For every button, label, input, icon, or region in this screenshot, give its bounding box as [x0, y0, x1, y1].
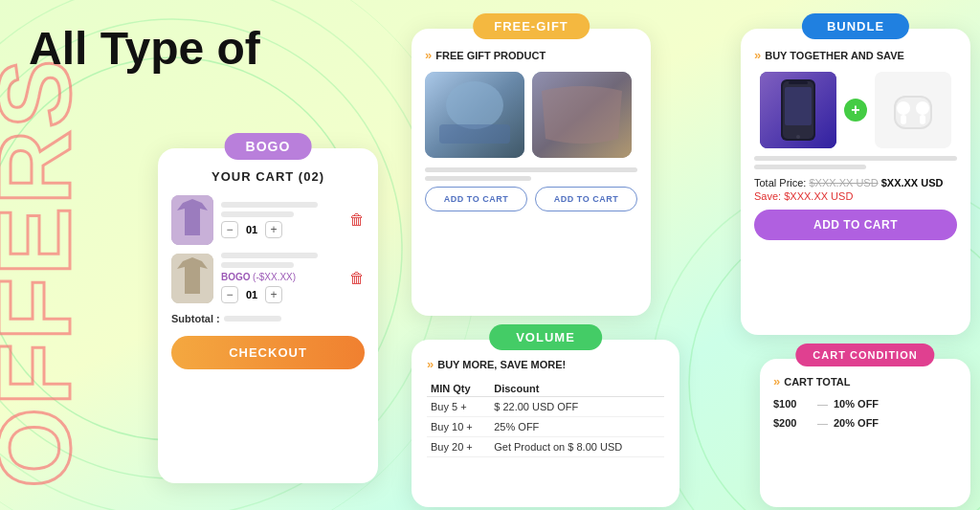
qty-plus-2[interactable]: + [265, 286, 282, 303]
add-to-cart-btn-1[interactable]: ADD TO CART [425, 187, 527, 211]
checkout-button[interactable]: CHECKOUT [171, 336, 365, 369]
subtotal-row: Subtotal : [171, 313, 365, 324]
cart-condition-badge: CART CONDITION [795, 344, 934, 366]
bundle-save-row: Save: $XXX.XX USD [754, 190, 957, 202]
volume-badge: VOLUME [489, 324, 602, 350]
save-label: Save: [754, 190, 781, 202]
volume-row-2: Buy 10 + 25% OFF [427, 417, 664, 437]
cart-condition-card: CART CONDITION CART TOTAL $100 — 10% OFF… [760, 359, 970, 507]
bogo-card: BOGO YOUR CART (02) − 01 + 🗑 [158, 148, 378, 483]
qty-num-1: 01 [244, 224, 259, 235]
bundle-price-row: Total Price: $XXX.XX USD $XX.XX USD [754, 177, 957, 188]
trash-icon-2[interactable]: 🗑 [349, 270, 365, 287]
condition-amount-1: $100 [773, 398, 812, 410]
total-price-label: Total Price: [754, 177, 806, 188]
cart-item-2-lines: BOGO (-$XX.XX) − 01 + [221, 253, 342, 303]
svg-point-24 [916, 101, 929, 115]
volume-row-1: Buy 5 + $ 22.00 USD OFF [427, 397, 664, 417]
svg-rect-17 [789, 81, 808, 84]
gift-products [425, 72, 637, 158]
condition-row-1: $100 — 10% OFF [773, 398, 957, 410]
main-heading: All Type of [29, 24, 260, 75]
add-to-cart-buttons: ADD TO CART ADD TO CART [425, 187, 637, 211]
bogo-tag: BOGO [221, 272, 251, 282]
vol-minqty-1: Buy 5 + [427, 397, 490, 417]
volume-row-3: Buy 20 + Get Product on $ 8.00 USD [427, 437, 664, 457]
svg-point-18 [796, 135, 800, 139]
qty-control-2: − 01 + [221, 286, 342, 303]
gift-text-lines [425, 167, 637, 181]
gift-product-1-image [425, 72, 524, 158]
bundle-add-to-cart-button[interactable]: ADD TO CART [754, 210, 957, 240]
condition-row-2: $200 — 20% OFF [773, 417, 957, 429]
bundle-old-price: $XXX.XX USD [809, 177, 878, 188]
condition-amount-2: $200 [773, 417, 812, 429]
svg-rect-25 [920, 115, 925, 124]
volume-card: VOLUME BUY MORE, SAVE MORE! MIN Qty Disc… [412, 340, 679, 507]
bundle-badge: BUNDLE [802, 13, 909, 39]
offers-vertical-text: OFFERS [0, 57, 86, 488]
vol-discount-2: 25% OFF [490, 417, 664, 437]
trash-icon-1[interactable]: 🗑 [349, 211, 365, 229]
qty-plus-1[interactable]: + [265, 221, 282, 238]
vol-col-discount: Discount [490, 381, 664, 397]
bogo-cart-title: YOUR CART (02) [171, 169, 365, 184]
bundle-plus-icon: + [844, 99, 867, 122]
free-gift-label: FREE GIFT PRODUCT [425, 48, 637, 62]
bogo-price: (-$XX.XX) [253, 272, 296, 282]
cart-item-1-lines: − 01 + [221, 202, 342, 238]
bundle-text-lines [754, 156, 957, 169]
vol-col-minqty: MIN Qty [427, 381, 490, 397]
condition-discount-2: 20% OFF [834, 417, 879, 429]
qty-minus-1[interactable]: − [221, 221, 238, 238]
vol-minqty-3: Buy 20 + [427, 437, 490, 457]
condition-rows: $100 — 10% OFF $200 — 20% OFF [773, 398, 957, 429]
cart-condition-label: CART TOTAL [773, 374, 957, 388]
free-gift-badge: FREE-GIFT [473, 13, 590, 39]
free-gift-card: FREE-GIFT FREE GIFT PRODUCT [412, 29, 651, 316]
bogo-badge: BOGO [225, 133, 312, 160]
add-to-cart-btn-2[interactable]: ADD TO CART [535, 187, 637, 211]
cart-item-2-image [171, 254, 213, 303]
bundle-new-price: $XX.XX USD [881, 177, 944, 188]
cart-item-1-image [171, 195, 213, 245]
bundle-label: BUY TOGETHER AND SAVE [754, 48, 957, 62]
cart-item-2: BOGO (-$XX.XX) − 01 + 🗑 [171, 253, 365, 303]
volume-table: MIN Qty Discount Buy 5 + $ 22.00 USD OFF… [427, 381, 664, 457]
bundle-products: + [754, 72, 957, 148]
bundle-phone-image [760, 72, 836, 148]
bundle-airpods-image [875, 72, 951, 148]
vol-minqty-2: Buy 10 + [427, 417, 490, 437]
svg-point-10 [446, 81, 503, 129]
qty-control-1: − 01 + [221, 221, 342, 238]
vol-discount-3: Get Product on $ 8.00 USD [490, 437, 664, 457]
qty-num-2: 01 [244, 289, 259, 300]
gift-product-2-image [532, 72, 632, 158]
save-amount: $XXX.XX USD [784, 190, 853, 202]
volume-label: BUY MORE, SAVE MORE! [427, 357, 664, 371]
svg-rect-11 [439, 124, 510, 144]
vol-discount-1: $ 22.00 USD OFF [490, 397, 664, 417]
cart-item-1: − 01 + 🗑 [171, 195, 365, 245]
svg-rect-23 [901, 115, 906, 124]
qty-minus-2[interactable]: − [221, 286, 238, 303]
subtotal-label: Subtotal : [171, 313, 220, 324]
bundle-card: BUNDLE BUY TOGETHER AND SAVE + [741, 29, 970, 335]
svg-rect-16 [785, 87, 812, 125]
condition-discount-1: 10% OFF [834, 398, 879, 410]
svg-point-22 [897, 101, 910, 115]
